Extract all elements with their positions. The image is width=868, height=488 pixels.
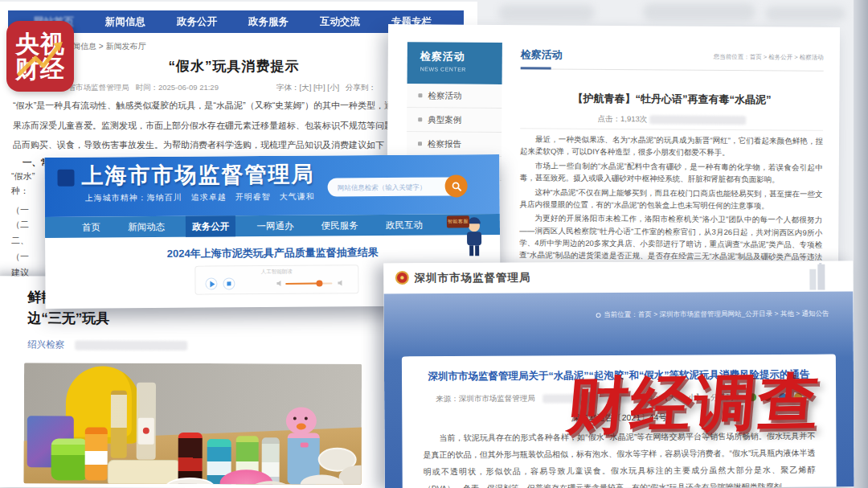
duck-beak xyxy=(297,423,306,429)
trend-arrow-icon xyxy=(6,21,74,92)
gov-emblem-icon xyxy=(395,270,409,285)
text-fragment: （一 xyxy=(11,251,29,263)
duck-cup xyxy=(283,407,323,484)
play-icon xyxy=(210,281,215,287)
site-nav-bar: 首页 新闻动态 政务公开 一网通办 便民服务 政民互动 xyxy=(45,214,500,238)
sidebar-subtitle: NEWS CENTER xyxy=(420,66,502,72)
site-header: 上海市市场监督管理局 上海城市精神：海纳百川 追求卓越 开明睿智 大气谦和 xyxy=(44,154,500,217)
sidebar-item-activities[interactable]: 检察活动 xyxy=(407,84,502,109)
cctv-finance-logo: 央视 财经 xyxy=(6,21,74,92)
building-icon xyxy=(806,263,830,290)
sidebar-item-reports[interactable]: 检察报告 xyxy=(407,132,502,157)
toys-photo xyxy=(24,363,362,484)
breadcrumb[interactable]: 新闻信息 > 新闻发布厅 xyxy=(64,41,145,52)
sidebar-item-cases[interactable]: 典型案例 xyxy=(407,108,502,133)
volume-handle[interactable] xyxy=(316,281,322,287)
finance-investigation-watermark: 财经调查 xyxy=(564,361,825,449)
nav-item-news[interactable]: 新闻动态 xyxy=(121,216,171,237)
screenshot-stage: 网站首页 新闻信息 政务公开 政务服务 互动交流 专题专栏 新闻信息 > 新闻发… xyxy=(0,0,868,488)
duck-eye xyxy=(305,416,308,420)
volume-slider[interactable] xyxy=(285,282,332,284)
nav-item-interact[interactable]: 互动交流 xyxy=(320,15,360,29)
article-title: 2024年上海市泥类玩具产品质量监督抽查结果 xyxy=(45,244,500,262)
page-edge-strip xyxy=(854,0,868,488)
divider xyxy=(521,68,824,72)
sidebar-item-label: 检察活动 xyxy=(428,90,461,101)
location-pin-icon xyxy=(596,313,600,318)
volume-fill xyxy=(285,283,318,285)
sidebar-item-label: 典型案例 xyxy=(428,114,461,125)
nav-item-gov-open[interactable]: 政务公开 xyxy=(186,215,235,236)
speaker-icon xyxy=(276,280,283,287)
nav-item-news[interactable]: 新闻信息 xyxy=(105,15,145,29)
font-share-controls[interactable]: 字体：[大] [中] [小] 分享到： xyxy=(276,83,376,93)
sidebar-title: 检察活动 xyxy=(420,49,502,64)
divider xyxy=(520,128,823,131)
blurred-date xyxy=(75,340,187,350)
paragraph: 这种“水晶泥”不仅在网上能够买到，而且在校门口商店也能轻易买到，甚至摆在一些文具… xyxy=(519,186,822,212)
blurred-date xyxy=(649,115,746,125)
tall-bottle-label xyxy=(137,383,156,460)
font-size-control[interactable]: 字体：[大] [中] [小] xyxy=(276,83,339,92)
page-heading: 检察活动 xyxy=(521,47,563,62)
blurred-header-blob xyxy=(765,6,845,21)
site-header: 深圳市市场监督管理局 xyxy=(383,260,853,293)
text-fragment: 种： xyxy=(11,185,29,197)
text-fragment: “假水” xyxy=(11,170,35,182)
hits-label: 点击：1,913次 xyxy=(597,114,647,123)
site-logo-icon xyxy=(57,170,74,187)
paragraph: 最近，一种类似果冻、名为“水晶泥”的玩具成为新晋“网红”，它们看起来颜色鲜艳，捏… xyxy=(520,133,823,159)
text-fragment: （一 xyxy=(11,204,29,216)
city-motto: 上海城市精神：海纳百川 追求卓越 开明睿智 大气谦和 xyxy=(85,191,315,204)
nav-item-home[interactable]: 首页 xyxy=(76,216,107,237)
sidebar-header: 检察活动 NEWS CENTER xyxy=(407,42,502,84)
stop-button[interactable] xyxy=(223,277,235,289)
duck-head xyxy=(286,407,317,434)
heading-underline xyxy=(521,67,551,69)
procuratorate-main: 检察活动 您当前位置：首页 > 检务公开 > 检察活动 【护航青春】“牡丹心语”… xyxy=(519,25,824,271)
article-source-row: 绍兴检察 xyxy=(27,338,187,351)
sidebar-item-label: 检察报告 xyxy=(428,138,461,150)
nav-item-gov-open[interactable]: 政务公开 xyxy=(177,15,217,29)
mascot-sign-label: 智能客服 xyxy=(447,215,469,228)
article-title: 【护航青春】“牡丹心语”再查有毒“水晶泥” xyxy=(520,91,823,108)
nav-item-interact[interactable]: 政民互动 xyxy=(379,215,429,236)
green-slime-jar xyxy=(51,438,88,480)
breadcrumb[interactable]: 您当前位置：首页 > 检务公开 > 检察活动 xyxy=(714,53,824,62)
bullet-icon xyxy=(418,93,422,97)
breadcrumb[interactable]: 当前位置：首页 > 深圳市市场监督管理局网站_公开目录 > 其他 > 通知公告 xyxy=(596,310,829,321)
nav-item-gov-service[interactable]: 政务服务 xyxy=(248,15,289,29)
search-button[interactable] xyxy=(445,174,468,197)
paragraph: 市场上一些自制的“水晶泥”配料中含有硼砂，是一种有毒的化学物，若误食会引起中毒，… xyxy=(520,159,823,186)
bullet-icon xyxy=(418,141,422,146)
article-time: 时间：2025-06-09 21:29 xyxy=(135,83,219,92)
source-account-link[interactable]: 绍兴检察 xyxy=(27,339,64,349)
nav-item-services[interactable]: 便民服务 xyxy=(315,215,365,236)
blurred-header-blob xyxy=(643,3,755,21)
hit-counter: 点击：1,913次 xyxy=(520,113,823,126)
notice-source: 来源：深圳市市场监督管理局 xyxy=(436,393,535,404)
site-title: 深圳市市场监督管理局 xyxy=(414,271,530,286)
search-input[interactable] xyxy=(328,177,460,196)
speaker-loud-icon xyxy=(337,279,344,286)
nav-item-one-stop[interactable]: 一网通办 xyxy=(250,215,300,236)
site-title: 上海市市场监督管理局 xyxy=(81,160,314,191)
breadcrumb-text: 当前位置：首页 > 深圳市市场监督管理局网站_公开目录 > 其他 > 通知公告 xyxy=(604,310,829,320)
duck-eye xyxy=(293,416,297,420)
article-body: 最近，一种类似果冻、名为“水晶泥”的玩具成为新晋“网红”，它们看起来颜色鲜艳，捏… xyxy=(519,133,823,271)
stop-icon xyxy=(227,281,231,285)
search-icon xyxy=(451,181,461,191)
tall-bottle xyxy=(111,391,127,458)
orange-bottle xyxy=(85,428,108,481)
duck-bow xyxy=(301,442,309,447)
audio-player: 人工智能朗读 xyxy=(194,265,358,294)
blurred-header-blob xyxy=(498,5,595,21)
player-label: 人工智能朗读 xyxy=(195,268,358,276)
share-label: 分享到： xyxy=(346,83,376,92)
smart-service-mascot[interactable]: 智能客服 xyxy=(447,212,484,257)
text-fragment: 二、 xyxy=(11,235,29,247)
play-button[interactable] xyxy=(205,277,217,289)
label-figure xyxy=(143,427,149,433)
text-fragment: （二 xyxy=(11,219,29,231)
bullet-icon xyxy=(418,117,422,121)
